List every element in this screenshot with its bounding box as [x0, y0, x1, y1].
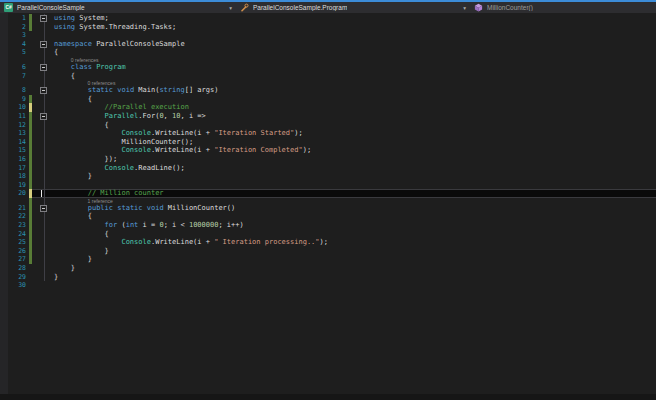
- line-number: 30: [0, 281, 29, 290]
- code-line-5[interactable]: 5{: [0, 48, 656, 57]
- outline-guide: [36, 72, 52, 81]
- outline-guide: [36, 221, 52, 230]
- code-text[interactable]: {: [52, 230, 109, 239]
- code-line-15[interactable]: 15 Console.WriteLine(i + "Iteration Comp…: [0, 146, 656, 155]
- code-line-3[interactable]: 3: [0, 31, 656, 40]
- outline-guide: [36, 273, 52, 282]
- code-text[interactable]: static void Main(string[] args): [52, 86, 218, 95]
- code-line-1[interactable]: 1using System;: [0, 14, 656, 23]
- outline-guide: [36, 204, 52, 213]
- code-text[interactable]: {: [52, 121, 109, 130]
- outline-guide: [36, 212, 52, 221]
- outline-guide: [36, 281, 52, 290]
- code-line-27[interactable]: 27 }: [0, 255, 656, 264]
- code-line-6[interactable]: 6 class Program: [0, 63, 656, 72]
- fold-collapse-icon[interactable]: [40, 113, 47, 120]
- code-text[interactable]: {: [52, 212, 92, 221]
- member-dropdown[interactable]: MillionCounter(): [470, 2, 656, 13]
- line-number: 28: [0, 264, 29, 273]
- code-text[interactable]: }: [52, 247, 109, 256]
- line-number: 10: [0, 103, 29, 112]
- outline-guide: [36, 247, 52, 256]
- text-caret: [41, 190, 42, 198]
- code-text[interactable]: });: [52, 155, 117, 164]
- code-text[interactable]: for (int i = 0; i < 1000000; i++): [52, 221, 244, 230]
- code-text[interactable]: }: [52, 255, 92, 264]
- code-line-16[interactable]: 16 });: [0, 155, 656, 164]
- code-line-14[interactable]: 14 MillionCounter();: [0, 138, 656, 147]
- code-text[interactable]: // Million counter: [52, 189, 164, 198]
- code-text[interactable]: {: [52, 95, 92, 104]
- code-text[interactable]: {: [52, 72, 75, 81]
- code-text[interactable]: class Program: [52, 63, 126, 72]
- code-line-7[interactable]: 7 {: [0, 72, 656, 81]
- method-icon: [474, 3, 483, 12]
- line-number: 11: [0, 112, 29, 121]
- fold-collapse-icon[interactable]: [40, 64, 47, 71]
- line-number: 26: [0, 247, 29, 256]
- code-line-11[interactable]: 11 Parallel.For(0, 10, i =>: [0, 112, 656, 121]
- type-dropdown-label: ParallelConsoleSample.Program: [253, 4, 347, 11]
- chevron-down-icon[interactable]: ▾: [463, 2, 466, 13]
- code-line-19[interactable]: 19: [0, 181, 656, 190]
- code-line-18[interactable]: 18 }: [0, 172, 656, 181]
- code-text[interactable]: //Parallel execution: [52, 103, 189, 112]
- chevron-down-icon[interactable]: ▾: [229, 2, 232, 13]
- project-dropdown[interactable]: C# ParallelConsoleSample ▾: [0, 2, 236, 13]
- member-dropdown-label: MillionCounter(): [487, 4, 533, 11]
- code-text[interactable]: Parallel.For(0, 10, i =>: [52, 112, 206, 121]
- code-text[interactable]: MillionCounter();: [52, 138, 193, 147]
- code-line-21[interactable]: 21 public static void MillionCounter(): [0, 204, 656, 213]
- outline-guide: [36, 138, 52, 147]
- code-line-10[interactable]: 10 //Parallel execution: [0, 103, 656, 112]
- code-line-24[interactable]: 24 {: [0, 230, 656, 239]
- window-bottom-edge: [0, 394, 656, 400]
- fold-collapse-icon[interactable]: [40, 15, 47, 22]
- code-text[interactable]: Console.WriteLine(i + "Iteration Complet…: [52, 146, 311, 155]
- code-line-17[interactable]: 17 Console.ReadLine();: [0, 164, 656, 173]
- code-text[interactable]: Console.WriteLine(i + " Iteration proces…: [52, 238, 328, 247]
- code-text[interactable]: using System.Threading.Tasks;: [52, 23, 176, 32]
- csharp-project-icon: C#: [4, 3, 13, 12]
- code-line-23[interactable]: 23 for (int i = 0; i < 1000000; i++): [0, 221, 656, 230]
- code-line-26[interactable]: 26 }: [0, 247, 656, 256]
- editor[interactable]: 1using System;2using System.Threading.Ta…: [0, 13, 656, 400]
- code-line-20[interactable]: 20 // Million counter: [0, 189, 656, 198]
- line-number: 2: [0, 23, 29, 32]
- code-text[interactable]: using System;: [52, 14, 109, 23]
- code-text[interactable]: }: [52, 172, 92, 181]
- code-text[interactable]: }: [52, 273, 58, 282]
- code-line-12[interactable]: 12 {: [0, 121, 656, 130]
- code-text[interactable]: public static void MillionCounter(): [52, 204, 235, 213]
- fold-collapse-icon[interactable]: [40, 87, 47, 94]
- line-number: 6: [0, 63, 29, 72]
- code-text[interactable]: Console.ReadLine();: [52, 164, 185, 173]
- line-number: 3: [0, 31, 29, 40]
- code-line-13[interactable]: 13 Console.WriteLine(i + "Iteration Star…: [0, 129, 656, 138]
- code-text[interactable]: {: [52, 48, 58, 57]
- outline-guide: [36, 255, 52, 264]
- line-number: 23: [0, 221, 29, 230]
- code-line-2[interactable]: 2using System.Threading.Tasks;: [0, 23, 656, 32]
- line-number: 17: [0, 164, 29, 173]
- outline-guide: [36, 172, 52, 181]
- code-text[interactable]: namespace ParallelConsoleSample: [52, 40, 185, 49]
- code-line-4[interactable]: 4namespace ParallelConsoleSample: [0, 40, 656, 49]
- code-text[interactable]: }: [52, 264, 75, 273]
- type-dropdown[interactable]: ParallelConsoleSample.Program ▾: [236, 2, 470, 13]
- fold-collapse-icon[interactable]: [40, 205, 47, 212]
- line-number: 29: [0, 273, 29, 282]
- code-area[interactable]: 1using System;2using System.Threading.Ta…: [0, 14, 656, 290]
- code-line-30[interactable]: 30: [0, 281, 656, 290]
- code-line-9[interactable]: 9 {: [0, 95, 656, 104]
- code-line-25[interactable]: 25 Console.WriteLine(i + " Iteration pro…: [0, 238, 656, 247]
- fold-collapse-icon[interactable]: [40, 41, 47, 48]
- line-number: 13: [0, 129, 29, 138]
- outline-guide: [36, 164, 52, 173]
- code-line-29[interactable]: 29}: [0, 273, 656, 282]
- code-text[interactable]: Console.WriteLine(i + "Iteration Started…: [52, 129, 303, 138]
- window: C# ParallelConsoleSample ▾ ParallelConso…: [0, 0, 656, 400]
- code-line-28[interactable]: 28 }: [0, 264, 656, 273]
- code-line-22[interactable]: 22 {: [0, 212, 656, 221]
- code-line-8[interactable]: 8 static void Main(string[] args): [0, 86, 656, 95]
